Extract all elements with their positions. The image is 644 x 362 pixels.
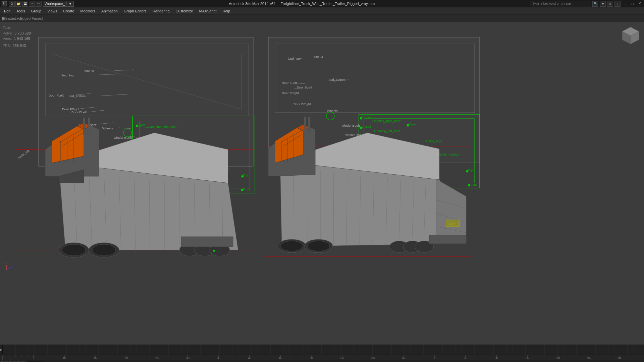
settings-icon[interactable]: ⚙ xyxy=(607,1,613,7)
svg-text:Z: Z xyxy=(12,265,13,268)
svg-rect-92 xyxy=(429,235,466,244)
svg-text:0: 0 xyxy=(2,356,3,360)
svg-point-88 xyxy=(281,241,303,251)
menu-group[interactable]: Group xyxy=(29,8,44,14)
menu-modifiers[interactable]: Modifiers xyxy=(77,8,98,14)
svg-text:45: 45 xyxy=(279,356,282,360)
menu-maxscript[interactable]: MAXScript xyxy=(197,8,219,14)
menu-rendering[interactable]: Rendering xyxy=(150,8,172,14)
svg-text:100: 100 xyxy=(617,356,622,360)
svg-text:35: 35 xyxy=(217,356,220,360)
menu-views[interactable]: Views xyxy=(45,8,60,14)
label-door-fleft-right: Door FLeft xyxy=(282,81,297,85)
search-input[interactable] xyxy=(531,1,591,6)
undo-icon[interactable]: ↩ xyxy=(29,1,35,7)
label-closed2: Closed xyxy=(362,125,371,128)
label-lifting-right: Lifting_legs xyxy=(426,139,442,143)
svg-text:5: 5 xyxy=(33,356,34,360)
title-bar-right: 🔍 ★ ⚙ ? — □ ✕ xyxy=(531,1,643,7)
timeline-track[interactable] xyxy=(3,345,644,355)
workspace-chevron: ▼ xyxy=(68,2,72,6)
open-icon[interactable]: 📂 xyxy=(15,1,21,7)
menu-help[interactable]: Help xyxy=(220,8,233,14)
svg-text:75: 75 xyxy=(464,356,467,360)
label-door-bright-right: Door BRight xyxy=(293,102,311,106)
svg-text:55: 55 xyxy=(340,356,344,360)
workspace-dropdown[interactable]: Workspace_1 ▼ xyxy=(43,1,74,7)
svg-point-59 xyxy=(360,127,362,129)
svg-marker-6 xyxy=(45,44,248,116)
play-btn[interactable]: ▶ xyxy=(9,361,16,362)
title-bar: 3 🗋 📂 💾 ↩ ↪ Workspace_1 ▼ Autodesk 3ds M… xyxy=(0,0,644,7)
label-winder-bleft: winder BLeft xyxy=(114,136,132,139)
app-icon: 3 xyxy=(1,1,7,7)
new-icon[interactable]: 🗋 xyxy=(9,1,15,7)
svg-point-27 xyxy=(241,189,244,191)
viewport[interactable]: Total Polys: 3 783 528 Verts: 1 943 165 … xyxy=(0,22,644,345)
label-wheels-right: Wheels xyxy=(327,109,338,113)
close-btn[interactable]: ✕ xyxy=(637,1,643,7)
svg-point-64 xyxy=(466,170,469,173)
svg-text:70: 70 xyxy=(433,356,436,360)
label-front-right: Front xyxy=(470,183,477,186)
label-interior-right: interior xyxy=(314,55,323,58)
app-title: Autodesk 3ds Max 2014 x64 xyxy=(229,2,275,6)
save-icon[interactable]: 💾 xyxy=(22,1,28,7)
svg-text:60: 60 xyxy=(371,356,375,360)
svg-text:90: 90 xyxy=(556,356,560,360)
label-interior-left: interior xyxy=(85,69,94,72)
svg-text:15: 15 xyxy=(94,356,97,360)
window-title: Autodesk 3ds Max 2014 x64 Freightliner_T… xyxy=(74,2,531,6)
svg-rect-49 xyxy=(83,118,85,134)
label-bed-top-right: bed_top xyxy=(288,57,300,60)
svg-text:3: 3 xyxy=(3,2,5,6)
label-door-fleft: Door FLeft xyxy=(49,94,64,97)
label-winder-bleft-right: winder BLeft xyxy=(342,124,360,127)
label-bed-top-left: bed_top xyxy=(62,73,73,77)
next-frame-btn[interactable]: ►| xyxy=(17,361,24,362)
menu-customize[interactable]: Customize xyxy=(173,8,196,14)
prev-frame-btn[interactable]: |◄ xyxy=(1,361,8,362)
svg-text:85: 85 xyxy=(526,356,529,360)
svg-text:10: 10 xyxy=(63,356,66,360)
svg-text:20: 20 xyxy=(124,356,128,360)
right-trailer-rear xyxy=(436,179,466,243)
label-open-right: Open xyxy=(409,123,416,126)
redo-icon[interactable]: ↪ xyxy=(36,1,42,7)
menu-create[interactable]: Create xyxy=(60,8,77,14)
maximize-btn[interactable]: □ xyxy=(629,1,635,7)
label-opening-right-left: Opening_right_door xyxy=(149,125,177,128)
svg-rect-47 xyxy=(181,237,233,247)
svg-text:30: 30 xyxy=(186,356,190,360)
svg-rect-91 xyxy=(308,117,310,133)
axis-indicator: Z Y xyxy=(5,262,13,270)
label-trailer-left: trailer_left xyxy=(17,149,30,159)
svg-point-51 xyxy=(213,250,215,252)
label-opening-left-right: Opening_left_door xyxy=(374,129,400,133)
svg-point-60 xyxy=(407,124,409,127)
label-wheels-left: Wheels xyxy=(102,126,113,130)
title-bar-left: 3 🗋 📂 💾 ↩ ↪ Workspace_1 ▼ xyxy=(1,1,74,7)
file-title: Freightliner_Truck_With_Reefer_Trailer_R… xyxy=(280,2,375,6)
label-door-fright-right: Door FRight xyxy=(282,91,299,95)
help-icon[interactable]: ? xyxy=(614,1,621,7)
svg-point-65 xyxy=(468,184,470,187)
svg-point-46 xyxy=(92,244,116,256)
svg-text:1250: 1250 xyxy=(449,222,455,225)
menu-graph-editors[interactable]: Graph Editors xyxy=(121,8,149,14)
svg-text:Y: Y xyxy=(5,262,7,265)
label-door-bleft-right: Door BLeft xyxy=(297,85,312,89)
workspace-label: Workspace_1 xyxy=(45,2,67,6)
svg-point-58 xyxy=(360,117,362,120)
viewport-shading[interactable]: [Shaded + Edged Faces] xyxy=(2,16,43,20)
viewport-header: [+] [Perspective] [Shaded + Edged Faces] xyxy=(0,15,644,22)
menu-animation[interactable]: Animation xyxy=(99,8,120,14)
svg-point-89 xyxy=(308,241,330,251)
search-btn[interactable]: 🔍 xyxy=(592,1,598,7)
menu-edit[interactable]: Edit xyxy=(1,8,13,14)
minimize-btn[interactable]: — xyxy=(622,1,628,7)
scene-svg: bed_top interior bed_bottom Door FLeft D… xyxy=(0,22,644,274)
svg-text:25: 25 xyxy=(155,356,159,360)
menu-tools[interactable]: Tools xyxy=(14,8,28,14)
ruler-bar: 0 5 10 15 20 25 30 35 40 45 50 55 xyxy=(0,355,644,360)
